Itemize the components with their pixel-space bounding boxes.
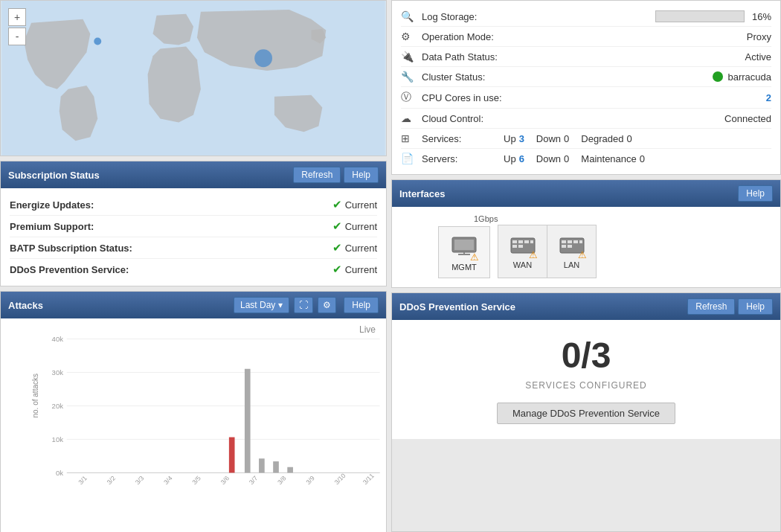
servers-down-label: Down <box>536 153 561 164</box>
subscription-title: Subscription Status <box>8 170 290 181</box>
subscription-header: Subscription Status Refresh Help <box>1 161 386 188</box>
servers-maintenance-label: Maintenance <box>581 153 636 164</box>
svg-rect-42 <box>562 240 566 243</box>
ddos-prevention-row: DDoS Prevention Service: ✔ Current <box>10 259 377 280</box>
operation-mode-icon: ⚙ <box>401 31 417 42</box>
svg-rect-37 <box>524 240 529 243</box>
servers-icon: 📄 <box>401 153 417 164</box>
servers-down-stat: Down 0 <box>536 153 569 164</box>
right-panel: 🔍 Log Storage: 16% ⚙ Operation Mode: Pro… <box>387 0 781 532</box>
svg-rect-44 <box>573 240 578 243</box>
premium-support-row: Premium Support: ✔ Current <box>10 216 377 237</box>
svg-rect-45 <box>579 240 582 243</box>
batp-row: BATP Subscription Status: ✔ Current <box>10 237 377 259</box>
energize-current-text: Current <box>345 199 377 211</box>
log-storage-bar-container <box>655 10 745 22</box>
svg-rect-47 <box>568 245 572 248</box>
ddos-refresh-button[interactable]: Refresh <box>687 298 735 315</box>
services-up-value: 3 <box>519 133 524 144</box>
lan-name: LAN <box>564 260 579 269</box>
batp-label: BATP Subscription Status: <box>10 243 332 254</box>
cloud-control-value: Connected <box>724 113 771 124</box>
services-up-stat: Up 3 <box>504 133 524 144</box>
zoom-in-button[interactable]: + <box>8 8 26 26</box>
servers-maintenance-value: 0 <box>640 153 645 164</box>
interfaces-help-button[interactable]: Help <box>738 185 773 202</box>
ddos-help-button[interactable]: Help <box>738 298 773 315</box>
attacks-help-button[interactable]: Help <box>344 297 379 313</box>
services-degraded-stat: Degraded 0 <box>581 133 631 144</box>
mgmt-icon-container: ⚠ <box>451 234 478 261</box>
data-path-label: Data Path Status: <box>422 51 745 63</box>
premium-support-value: ✔ Current <box>332 219 377 233</box>
energize-updates-label: Energize Updates: <box>10 199 332 211</box>
svg-rect-39 <box>512 245 517 248</box>
cluster-status-value: barracuda <box>713 71 771 83</box>
data-path-icon: 🔌 <box>401 51 417 63</box>
batp-check-icon: ✔ <box>332 241 342 254</box>
services-up-label: Up <box>504 133 516 144</box>
subscription-refresh-button[interactable]: Refresh <box>293 167 341 183</box>
attacks-chart: no. of attacks 40k 30k 20k 10k 0k <box>40 332 414 496</box>
ddos-subtitle: SERVICES CONFIGURED <box>525 380 646 391</box>
svg-rect-17 <box>273 461 279 472</box>
svg-rect-15 <box>245 369 251 473</box>
svg-text:3/2: 3/2 <box>106 474 118 486</box>
interface-lan[interactable]: ⚠ LAN <box>547 225 596 278</box>
log-storage-percent: 16% <box>752 11 771 22</box>
data-path-row: 🔌 Data Path Status: Active <box>401 47 771 67</box>
ddos-check-icon: ✔ <box>332 263 342 276</box>
data-path-value: Active <box>745 51 771 63</box>
cpu-cores-row: Ⓥ CPU Cores in use: 2 <box>401 87 771 109</box>
attacks-timerange-label: Last Day <box>240 300 275 310</box>
world-map: + - <box>0 0 387 156</box>
zoom-out-button[interactable]: - <box>8 28 26 45</box>
services-degraded-label: Degraded <box>581 133 623 144</box>
wan-icon-container: ⚠ <box>510 234 536 259</box>
svg-text:20k: 20k <box>52 402 64 410</box>
attacks-expand-button[interactable]: ⛶ <box>294 297 313 313</box>
svg-text:3/8: 3/8 <box>276 474 288 486</box>
ddos-title: DDoS Prevention Service <box>399 301 684 313</box>
services-label: Services: <box>422 133 504 144</box>
svg-rect-14 <box>229 438 235 473</box>
svg-point-2 <box>254 49 272 67</box>
interfaces-body: 1Gbps ⚠ MGMT <box>392 207 780 287</box>
cloud-control-label: Cloud Control: <box>422 113 724 124</box>
log-storage-label: Log Storage: <box>422 11 655 22</box>
interfaces-title: Interfaces <box>399 188 735 199</box>
cpu-cores-label: CPU Cores in use: <box>422 92 766 103</box>
batp-value: ✔ Current <box>332 241 377 254</box>
servers-up-label: Up <box>504 153 516 164</box>
ddos-prevention-label: DDoS Prevention Service: <box>10 264 332 275</box>
servers-up-stat: Up 6 <box>504 153 524 164</box>
servers-down-value: 0 <box>564 153 569 164</box>
interfaces-header: Interfaces Help <box>392 180 780 207</box>
svg-rect-35 <box>512 240 517 243</box>
attacks-timerange-dropdown[interactable]: Last Day ▾ <box>234 297 289 313</box>
subscription-section: Subscription Status Refresh Help Energiz… <box>0 161 387 286</box>
log-storage-row: 🔍 Log Storage: 16% <box>401 7 771 27</box>
servers-row: 📄 Servers: Up 6 Down 0 Maintenance 0 <box>401 149 771 168</box>
ddos-body: 0/3 SERVICES CONFIGURED Manage DDoS Prev… <box>392 320 780 439</box>
cluster-value-text: barracuda <box>727 71 771 83</box>
interface-wan[interactable]: ⚠ WAN <box>498 225 547 278</box>
map-controls: + - <box>8 8 26 45</box>
services-down-value: 0 <box>564 133 569 144</box>
interface-mgmt[interactable]: ⚠ MGMT <box>438 226 490 278</box>
ddos-prevention-value: ✔ Current <box>332 263 377 276</box>
status-section: 🔍 Log Storage: 16% ⚙ Operation Mode: Pro… <box>391 0 781 175</box>
cpu-icon: Ⓥ <box>401 91 417 104</box>
batp-current-text: Current <box>345 243 377 254</box>
wan-name: WAN <box>513 260 532 269</box>
subscription-help-button[interactable]: Help <box>344 167 379 183</box>
services-stats: Up 3 Down 0 Degraded 0 <box>504 133 632 144</box>
services-row: ⊞ Services: Up 3 Down 0 Degraded 0 <box>401 129 771 149</box>
servers-maintenance-stat: Maintenance 0 <box>581 153 645 164</box>
attacks-header: Attacks Last Day ▾ ⛶ ⚙ Help <box>1 292 386 318</box>
svg-rect-31 <box>454 240 474 250</box>
svg-rect-36 <box>518 240 523 243</box>
operation-mode-label: Operation Mode: <box>422 31 747 42</box>
attacks-settings-button[interactable]: ⚙ <box>318 297 336 313</box>
manage-ddos-button[interactable]: Manage DDoS Prevention Service <box>497 403 675 424</box>
